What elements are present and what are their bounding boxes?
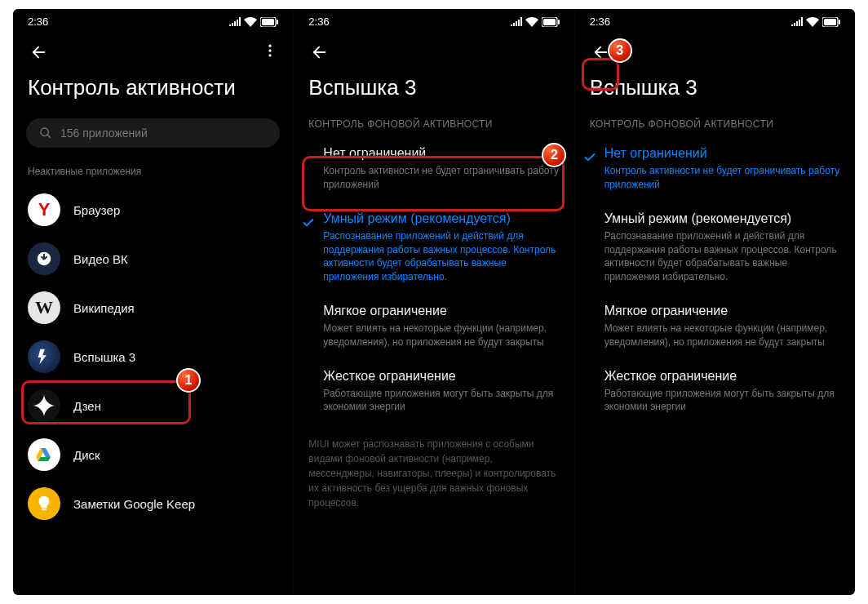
svg-rect-1 <box>262 19 274 25</box>
option-title: Умный режим (рекомендуется) <box>604 211 840 226</box>
app-icon: Y <box>28 193 60 226</box>
option-title: Нет ограничений <box>604 146 840 161</box>
option-desc: Может влиять на некоторые функции (напри… <box>323 322 559 349</box>
option-no-restrictions[interactable]: Нет ограничений Контроль активности не б… <box>575 138 855 203</box>
svg-point-5 <box>269 54 272 56</box>
app-item-disk[interactable]: Диск <box>13 430 293 479</box>
option-soft[interactable]: Мягкое ограничение Может влиять на некот… <box>575 295 855 361</box>
app-item-wikipedia[interactable]: W Википедия <box>13 283 293 332</box>
option-title: Жесткое ограничение <box>323 369 559 384</box>
search-placeholder: 156 приложений <box>60 127 148 140</box>
arrow-left-icon <box>592 43 610 61</box>
svg-point-3 <box>269 45 272 47</box>
info-text: MIUI может распознавать приложения с осо… <box>294 425 574 522</box>
wifi-icon <box>525 17 538 27</box>
option-hard[interactable]: Жесткое ограничение Работающие приложени… <box>294 361 574 426</box>
arrow-left-icon <box>30 43 48 61</box>
app-name: Вспышка 3 <box>73 350 135 364</box>
app-item-vk[interactable]: Видео ВК <box>13 234 293 283</box>
app-icon <box>28 242 60 275</box>
page-title: Контроль активности <box>13 70 293 115</box>
app-item-browser[interactable]: Y Браузер <box>13 185 293 234</box>
app-name: Дзен <box>73 399 101 413</box>
more-button[interactable] <box>262 42 278 62</box>
wifi-icon <box>244 17 257 27</box>
status-time: 2:36 <box>308 16 329 28</box>
phone-screen-1: 2:36 Контроль активности 156 приложений … <box>13 9 293 595</box>
battery-icon <box>542 17 560 27</box>
app-name: Заметки Google Keep <box>73 497 195 511</box>
check-icon <box>302 216 315 229</box>
check-icon <box>583 151 596 164</box>
option-soft[interactable]: Мягкое ограничение Может влиять на некот… <box>294 295 574 361</box>
more-vertical-icon <box>262 42 278 59</box>
back-button[interactable] <box>28 41 51 64</box>
tutorial-frame: 2:36 Контроль активности 156 приложений … <box>13 9 855 595</box>
search-icon <box>39 127 52 140</box>
option-desc: Распознавание приложений и действий для … <box>604 229 840 284</box>
option-title: Мягкое ограничение <box>604 304 840 318</box>
status-icons <box>229 17 278 27</box>
wifi-icon <box>806 17 819 27</box>
option-desc: Контроль активности не будет ограничиват… <box>323 164 559 192</box>
app-icon <box>28 340 60 373</box>
option-desc: Работающие приложения могут быть закрыты… <box>323 387 559 415</box>
option-title: Умный режим (рекомендуется) <box>323 211 559 226</box>
section-label: КОНТРОЛЬ ФОНОВОЙ АКТИВНОСТИ <box>294 115 574 138</box>
drive-icon <box>34 445 54 464</box>
svg-rect-2 <box>277 20 278 24</box>
status-icons <box>511 17 560 27</box>
option-desc: Может влиять на некоторые функции (напри… <box>604 322 840 349</box>
signal-icon <box>229 17 241 26</box>
app-name: Браузер <box>73 203 120 217</box>
signal-icon <box>791 17 803 26</box>
option-hard[interactable]: Жесткое ограничение Работающие приложени… <box>575 361 855 426</box>
topbar <box>575 33 855 70</box>
app-item-dzen[interactable]: Дзен <box>13 381 293 430</box>
phone-screen-2: 2:36 Вспышка 3 КОНТРОЛЬ ФОНОВОЙ АКТИВНОС… <box>293 9 574 595</box>
topbar <box>13 33 293 70</box>
svg-point-4 <box>269 49 272 51</box>
page-title: Вспышка 3 <box>575 70 855 115</box>
phone-screen-3: 2:36 Вспышка 3 КОНТРОЛЬ ФОНОВОЙ АКТИВНОС… <box>574 9 855 595</box>
app-item-flash[interactable]: Вспышка 3 <box>13 332 293 381</box>
option-smart[interactable]: Умный режим (рекомендуется) Распознавани… <box>294 203 574 295</box>
battery-icon <box>260 17 278 27</box>
signal-icon <box>511 17 522 26</box>
option-no-restrictions[interactable]: Нет ограничений Контроль активности не б… <box>294 138 574 203</box>
option-title: Мягкое ограничение <box>323 304 559 318</box>
section-label: Неактивные приложения <box>13 162 293 185</box>
option-desc: Распознавание приложений и действий для … <box>323 229 559 284</box>
option-title: Нет ограничений <box>323 146 559 161</box>
search-input[interactable]: 156 приложений <box>26 118 280 148</box>
app-icon: W <box>28 291 60 324</box>
back-button[interactable] <box>308 41 331 64</box>
app-name: Википедия <box>73 301 135 315</box>
status-time: 2:36 <box>590 16 610 28</box>
app-icon <box>28 438 60 471</box>
back-button[interactable] <box>590 41 613 64</box>
app-name: Диск <box>73 448 100 462</box>
svg-rect-9 <box>543 19 556 25</box>
arrow-left-icon <box>311 43 329 61</box>
status-time: 2:36 <box>28 16 48 28</box>
download-icon <box>37 251 51 266</box>
topbar <box>294 33 574 70</box>
app-icon <box>28 487 60 520</box>
battery-icon <box>822 17 840 27</box>
app-item-keep[interactable]: Заметки Google Keep <box>13 479 293 528</box>
bulb-icon <box>35 495 53 513</box>
status-bar: 2:36 <box>294 9 574 33</box>
option-desc: Контроль активности не будет ограничиват… <box>604 164 840 192</box>
status-bar: 2:36 <box>575 9 855 33</box>
option-title: Жесткое ограничение <box>604 369 840 384</box>
status-icons <box>791 17 840 27</box>
svg-rect-12 <box>824 19 836 25</box>
app-name: Видео ВК <box>73 252 128 266</box>
page-title: Вспышка 3 <box>294 70 574 115</box>
section-label: КОНТРОЛЬ ФОНОВОЙ АКТИВНОСТИ <box>575 115 855 138</box>
status-bar: 2:36 <box>13 9 293 33</box>
option-smart[interactable]: Умный режим (рекомендуется) Распознавани… <box>575 203 855 295</box>
flash-icon <box>35 348 53 366</box>
option-desc: Работающие приложения могут быть закрыты… <box>604 387 840 415</box>
